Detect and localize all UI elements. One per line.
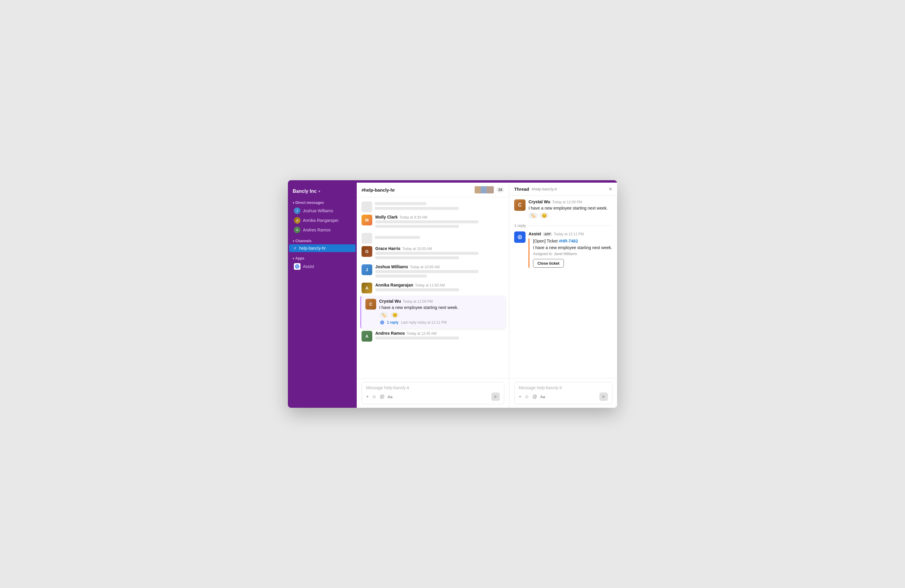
ticket-reference: [Open] Ticket #HR-7482 — [533, 238, 612, 243]
reply-divider-line — [528, 226, 612, 226]
message-name: Crystal Wu — [379, 299, 401, 304]
message-row: G Grace Harris Today at 10:03 AM — [357, 244, 509, 262]
avatar-andres: A — [362, 331, 372, 342]
member-avatars — [475, 186, 494, 194]
thread-reactions: 🏷️ 😊 — [529, 213, 612, 219]
message-text: I have a new employee starting next week… — [379, 305, 501, 311]
message-row-crystal: C Crystal Wu Today at 12:09 PM I have a … — [360, 296, 505, 329]
message-time: Today at 10:03 AM — [402, 247, 432, 251]
channels-section-label[interactable]: ▾ Channels — [288, 237, 357, 244]
mention-icon[interactable]: @ — [532, 394, 537, 399]
thread-channel: #help-bancly-it — [532, 187, 557, 191]
assist-app-icon — [294, 263, 300, 270]
reaction-tag[interactable]: 🏷️ — [379, 312, 389, 318]
skeleton-avatar — [362, 202, 372, 212]
skeleton-avatar — [362, 233, 372, 244]
workspace-title: Bancly Inc — [293, 189, 317, 194]
ticket-link[interactable]: #HR-7482 — [559, 238, 578, 243]
sidebar: Bancly Inc ▾ ▾ Direct messages J Joshua … — [288, 183, 357, 408]
reaction-smile[interactable]: 😊 — [540, 213, 549, 219]
channel-input-placeholder: Message help-bancly-it — [366, 385, 500, 390]
dm-section-label[interactable]: ▾ Direct messages — [288, 199, 357, 206]
add-icon[interactable]: + — [519, 394, 521, 399]
skeleton-message-1 — [357, 200, 509, 213]
reply-button[interactable]: 1 reply Last reply today at 12:11 PM — [379, 319, 501, 326]
sidebar-item-joshua[interactable]: J Joshua Williams — [289, 206, 356, 216]
message-content: Annika Rangarajan Today at 11:50 AM — [375, 283, 504, 293]
channel-title: #help-bancly-hr — [362, 188, 472, 192]
sidebar-item-assist[interactable]: Assist — [289, 262, 356, 271]
sidebar-item-help-bancly-hr[interactable]: # help-bancly-hr — [289, 244, 356, 252]
sidebar-item-label: Joshua Williams — [303, 208, 333, 213]
thread-message-name: Crystal Wu — [529, 199, 550, 204]
message-time: Today at 11:50 AM — [415, 283, 445, 288]
reaction-smile[interactable]: 😊 — [390, 312, 400, 318]
reply-divider: 1 reply — [514, 223, 612, 228]
mention-icon[interactable]: @ — [380, 394, 384, 399]
apps-arrow-icon: ▾ — [293, 257, 294, 260]
close-ticket-button[interactable]: Close ticket — [533, 259, 564, 268]
emoji-icon[interactable]: ☺ — [524, 394, 529, 399]
thread-assist-name: Assist — [529, 231, 541, 236]
assist-ticket-card: [Open] Ticket #HR-7482 I have a new empl… — [529, 238, 612, 268]
reply-count: 1 reply — [387, 320, 399, 324]
thread-messages: C Crystal Wu Today at 12:09 PM I have a … — [510, 196, 617, 378]
thread-panel: Thread #help-bancly-it ✕ C Crystal Wu To… — [510, 183, 617, 408]
workspace-chevron-icon: ▾ — [318, 189, 320, 194]
message-content: Molly Clark Today at 9:30 AM — [375, 215, 504, 229]
sidebar-item-andres[interactable]: A Andres Ramos — [289, 225, 356, 235]
message-row: A Annika Rangarajan Today at 11:50 AM — [357, 281, 509, 295]
title-bar — [288, 180, 617, 183]
format-text-icon[interactable]: Aa — [540, 394, 545, 399]
message-name: Molly Clark — [375, 215, 398, 219]
avatar-molly: M — [362, 215, 372, 226]
channel-input-toolbar: + ☺ @ Aa — [366, 393, 500, 401]
workspace-header[interactable]: Bancly Inc ▾ — [288, 186, 357, 199]
message-content: Joshua Williams Today at 10:05 AM — [375, 264, 504, 279]
send-button[interactable] — [491, 393, 500, 401]
thread-message-text: I have a new employee starting next week… — [529, 205, 612, 211]
app-body: Bancly Inc ▾ ▾ Direct messages J Joshua … — [288, 183, 617, 408]
thread-avatar-crystal: C — [514, 199, 526, 211]
add-icon[interactable]: + — [366, 394, 369, 399]
sidebar-item-annika[interactable]: A Annika Rangarajan — [289, 216, 356, 225]
thread-assist-message: Assist APP Today at 12:11 PM [Open] Tick… — [514, 231, 612, 268]
member-avatar — [487, 186, 494, 194]
message-content: Grace Harris Today at 10:03 AM — [375, 246, 504, 261]
message-name: Grace Harris — [375, 246, 400, 251]
channel-main: #help-bancly-hr 34 — [357, 183, 510, 408]
thread-header: Thread #help-bancly-it ✕ — [510, 183, 617, 196]
sidebar-item-label: Annika Rangarajan — [303, 218, 338, 223]
format-text-icon[interactable]: Aa — [387, 394, 393, 399]
message-skeleton — [375, 256, 459, 259]
message-time: Today at 9:30 AM — [400, 215, 427, 219]
reaction-tag[interactable]: 🏷️ — [529, 213, 538, 219]
ticket-quote: I have a new employee starting next week… — [533, 245, 612, 250]
avatar-joshua: J — [362, 264, 372, 275]
apps-section-label[interactable]: ▾ Apps — [288, 254, 357, 262]
message-reactions: 🏷️ 😊 — [379, 312, 501, 318]
skeleton-lines — [375, 236, 504, 241]
thread-send-button[interactable] — [599, 393, 608, 401]
emoji-icon[interactable]: ☺ — [372, 394, 376, 399]
message-skeleton — [375, 252, 478, 255]
dm-arrow-icon: ▾ — [293, 201, 294, 205]
thread-title: Thread — [514, 186, 529, 192]
thread-original-message: C Crystal Wu Today at 12:09 PM I have a … — [514, 199, 612, 219]
hash-icon: # — [294, 246, 296, 251]
message-row: M Molly Clark Today at 9:30 AM — [357, 213, 509, 231]
avatar-andres: A — [294, 227, 300, 233]
channel-header-right: 34 — [475, 186, 504, 194]
thread-input-box[interactable]: Message help-bancly-it + ☺ @ Aa — [514, 382, 612, 404]
channels-arrow-icon: ▾ — [293, 240, 294, 243]
message-header: Joshua Williams Today at 10:05 AM — [375, 264, 504, 269]
message-content: Andres Ramos Today at 12:45 AM — [375, 331, 504, 341]
thread-assist-header: Assist APP Today at 12:11 PM — [529, 231, 612, 236]
close-thread-button[interactable]: ✕ — [608, 186, 612, 192]
message-time: Today at 12:45 AM — [407, 331, 437, 335]
message-skeleton — [375, 270, 478, 273]
skeleton-line — [375, 207, 459, 210]
thread-assist-time: Today at 12:11 PM — [554, 232, 584, 236]
message-skeleton — [375, 337, 459, 340]
channel-input-box[interactable]: Message help-bancly-it + ☺ @ Aa — [362, 382, 504, 404]
